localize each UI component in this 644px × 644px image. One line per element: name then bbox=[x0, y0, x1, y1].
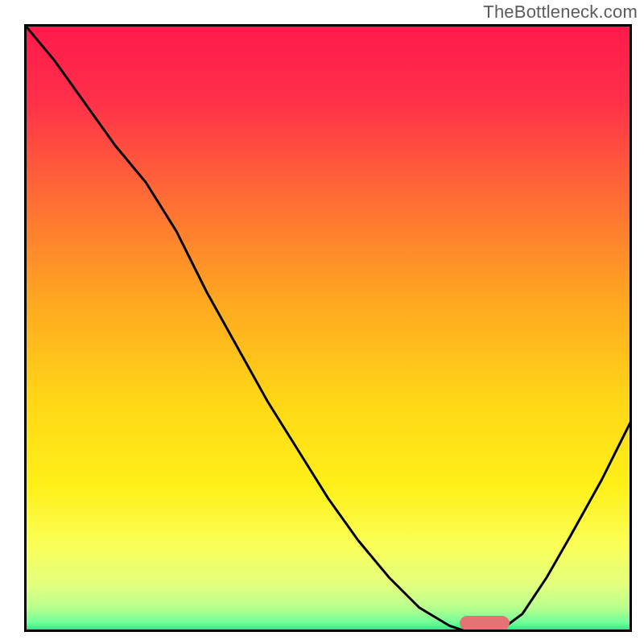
plot-frame bbox=[24, 24, 632, 632]
